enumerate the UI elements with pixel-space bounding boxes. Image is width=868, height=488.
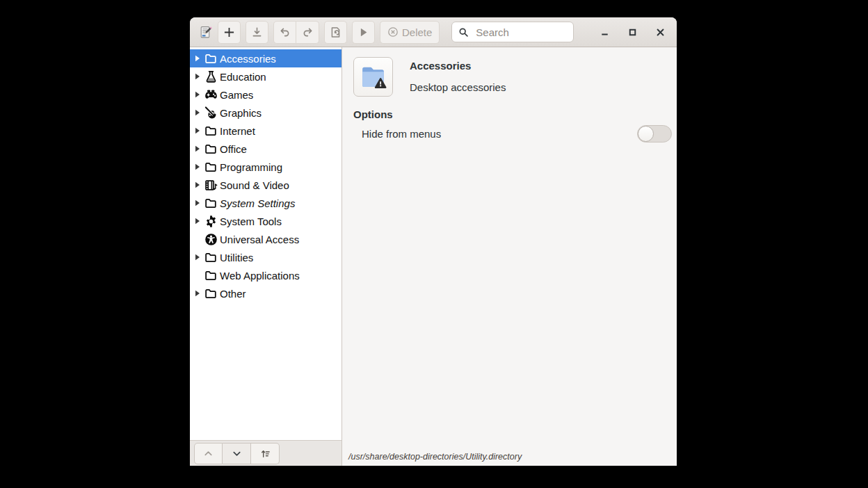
category-label: Universal Access: [220, 234, 299, 245]
move-down-button[interactable]: [223, 443, 251, 464]
tree-row[interactable]: System Tools: [190, 212, 341, 230]
directory-subtitle: Desktop accessories: [410, 81, 506, 93]
category-label: Education: [220, 71, 266, 83]
expander-arrow-icon[interactable]: [195, 200, 204, 206]
category-icon: [204, 215, 218, 228]
category-label: Office: [220, 143, 247, 155]
app-icon: [198, 24, 213, 40]
category-label: Sound & Video: [220, 179, 289, 191]
minimize-button[interactable]: [597, 24, 612, 40]
window-controls: [597, 24, 670, 40]
category-icon: [204, 52, 218, 65]
expander-arrow-icon[interactable]: [195, 145, 204, 152]
category-label: Internet: [220, 125, 255, 137]
expander-arrow-icon[interactable]: [195, 163, 204, 170]
category-label: Other: [220, 288, 246, 300]
expander-arrow-icon[interactable]: [195, 254, 204, 261]
tree-row[interactable]: Internet: [190, 122, 341, 140]
toggle-knob: [638, 126, 654, 142]
category-icon: [204, 161, 218, 174]
category-label: Programming: [220, 161, 282, 173]
expander-arrow-icon[interactable]: [195, 290, 204, 297]
tree-row[interactable]: Graphics: [190, 104, 341, 122]
status-path: /usr/share/desktop-directories/Utility.d…: [348, 452, 522, 462]
hide-from-menus-label: Hide from menus: [362, 128, 637, 140]
tree-footer-toolbar: [190, 440, 341, 466]
search-input[interactable]: [474, 26, 567, 39]
undo-button[interactable]: [273, 21, 296, 44]
directory-title: Accessories: [410, 60, 506, 72]
options-heading: Options: [353, 108, 672, 120]
close-button[interactable]: [652, 24, 668, 40]
directory-icon-button[interactable]: [353, 57, 393, 97]
menu-editor-window: Delete Accessories Education: [190, 17, 677, 466]
category-icon: [204, 124, 218, 138]
delete-button-label: Delete: [402, 26, 432, 38]
search-icon: [458, 27, 469, 38]
sort-ascending-icon: [260, 448, 271, 459]
tree-row[interactable]: Education: [190, 67, 341, 86]
tree-row[interactable]: Utilities: [190, 248, 341, 266]
expander-arrow-icon[interactable]: [195, 91, 204, 98]
category-icon: [204, 233, 218, 246]
delete-button[interactable]: Delete: [380, 21, 440, 44]
tree-row[interactable]: Universal Access: [190, 230, 341, 248]
save-button[interactable]: [246, 21, 268, 44]
category-tree-pane: Accessories Education Games Graphics Int…: [190, 47, 342, 466]
tree-row[interactable]: Web Applications: [190, 266, 341, 284]
category-icon: [204, 88, 218, 101]
tree-row[interactable]: Games: [190, 86, 341, 104]
category-icon: [204, 106, 218, 120]
tree-row[interactable]: Sound & Video: [190, 176, 341, 194]
search-box[interactable]: [451, 22, 574, 42]
revert-button[interactable]: [324, 21, 347, 44]
add-button[interactable]: [218, 21, 241, 44]
chevron-up-icon: [203, 448, 214, 459]
category-icon: [204, 179, 218, 192]
category-label: Utilities: [220, 252, 253, 263]
category-label: Web Applications: [220, 270, 300, 282]
category-icon: [204, 251, 218, 264]
sort-button[interactable]: [251, 443, 280, 464]
tree-row[interactable]: System Settings: [190, 194, 341, 212]
category-label: System Settings: [220, 197, 295, 209]
expander-arrow-icon[interactable]: [195, 55, 204, 62]
category-icon: [204, 70, 218, 83]
category-icon: [204, 143, 218, 156]
category-icon: [204, 269, 218, 282]
header-bar: Delete: [190, 17, 677, 47]
expander-arrow-icon[interactable]: [195, 109, 204, 116]
expander-arrow-icon[interactable]: [195, 73, 204, 80]
category-label: Accessories: [220, 53, 276, 65]
maximize-button[interactable]: [625, 24, 640, 40]
hide-from-menus-toggle[interactable]: [637, 125, 672, 143]
redo-button[interactable]: [296, 21, 319, 44]
category-icon: [204, 197, 218, 210]
expander-arrow-icon[interactable]: [195, 218, 204, 225]
move-up-button[interactable]: [194, 443, 223, 464]
expander-arrow-icon[interactable]: [195, 127, 204, 134]
tree-row[interactable]: Office: [190, 140, 341, 158]
category-tree: Accessories Education Games Graphics Int…: [190, 47, 341, 440]
delete-circle-icon: [387, 26, 399, 38]
folder-warning-icon: [359, 63, 387, 91]
execute-button[interactable]: [352, 21, 375, 44]
category-icon: [204, 287, 218, 300]
category-label: Graphics: [220, 107, 262, 119]
tree-row[interactable]: Other: [190, 284, 341, 302]
tree-row[interactable]: Accessories: [190, 49, 341, 67]
category-label: System Tools: [220, 215, 282, 227]
details-panel: Accessories Desktop accessories Options …: [342, 47, 677, 466]
tree-row[interactable]: Programming: [190, 158, 341, 176]
chevron-down-icon: [232, 448, 242, 459]
expander-arrow-icon[interactable]: [195, 181, 204, 188]
category-label: Games: [220, 89, 253, 101]
